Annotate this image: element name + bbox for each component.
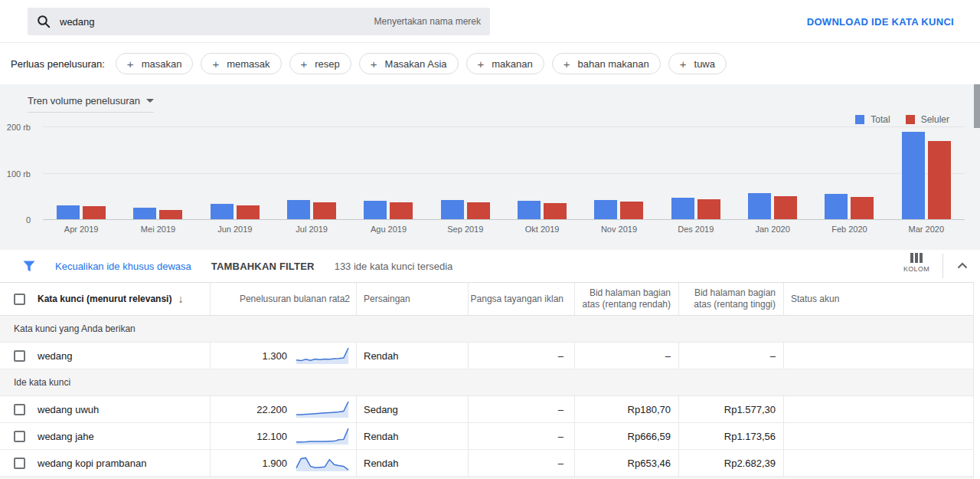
chip-label: Masakan Asia (385, 58, 447, 70)
section-label: Ide kata kunci (0, 377, 70, 388)
x-axis-label: Nov 2019 (580, 225, 657, 234)
header-avg-monthly-searches[interactable]: Penelusuran bulanan rata2 (210, 283, 356, 315)
expand-chip[interactable]: +Masakan Asia (359, 53, 459, 74)
table-header-row: Kata kunci (menurut relevansi) ↓ Penelus… (0, 282, 973, 316)
bar-seluler (237, 205, 260, 219)
chart-type-dropdown[interactable]: Tren volume penelusuran (28, 95, 154, 113)
cell-bid-low: Rp180,70 (574, 396, 678, 422)
bid-low-value: – (665, 350, 671, 362)
header-account-status[interactable]: Status akun (783, 283, 973, 315)
vertical-scrollbar-thumb[interactable] (974, 84, 980, 128)
search-icon (37, 15, 51, 28)
columns-icon (910, 253, 923, 263)
row-checkbox[interactable] (14, 458, 25, 469)
bar-group (658, 198, 734, 219)
cell-keyword: wedang jahe (0, 423, 210, 449)
search-input[interactable] (60, 16, 374, 28)
chart-title: Tren volume penelusuran (28, 95, 140, 107)
keyword-search-box[interactable]: Menyertakan nama merek (28, 8, 490, 35)
plus-icon: + (212, 58, 219, 70)
bar-total (825, 194, 848, 219)
chip-label: bahan makanan (578, 58, 649, 70)
section-label: Kata kunci yang Anda berikan (0, 323, 136, 334)
trend-sparkline (295, 346, 350, 366)
plus-icon: + (478, 58, 485, 70)
x-axis-line (43, 219, 965, 220)
plus-icon: + (564, 58, 570, 70)
bid-high-value: Rp1.577,30 (724, 404, 776, 415)
add-filter-button[interactable]: TAMBAHKAN FILTER (211, 261, 315, 272)
download-keyword-ideas-link[interactable]: DOWNLOAD IDE KATA KUNCI (807, 16, 954, 28)
chip-label: masakan (142, 58, 182, 70)
bar-group (43, 205, 119, 219)
cell-keyword: wedang (0, 343, 210, 369)
header-keyword[interactable]: Kata kunci (menurut relevansi) ↓ (0, 283, 210, 315)
bar-total (748, 193, 771, 219)
header-competition[interactable]: Persaingan (356, 283, 468, 315)
expand-chip[interactable]: +resep (289, 53, 351, 74)
bid-high-value: Rp2.682,39 (724, 458, 776, 469)
bar-total (594, 200, 617, 219)
plus-icon: + (301, 58, 308, 70)
select-all-checkbox[interactable] (14, 294, 25, 305)
x-axis-label: Jul 2019 (273, 225, 350, 234)
expand-chip[interactable]: +masakan (116, 53, 194, 74)
chip-label: makanan (492, 58, 532, 70)
search-volume-chart-section: Tren volume penelusuran TotalSeluler 200… (0, 84, 980, 250)
header-top-of-page-bid-low[interactable]: Bid halaman bagian atas (rentang rendah) (574, 283, 678, 315)
bar-seluler (774, 196, 797, 219)
expand-chip[interactable]: +memasak (201, 53, 281, 74)
header-ad-impression-share[interactable]: Pangsa tayangan iklan (468, 283, 574, 315)
cell-avg-searches: 1.300 (210, 343, 356, 369)
avg-searches-value: 1.300 (262, 350, 287, 362)
expand-chip[interactable]: +makanan (466, 53, 544, 74)
header-top-of-page-bid-high[interactable]: Bid halaman bagian atas (rentang tinggi) (678, 283, 783, 315)
bid-low-value: Rp666,59 (628, 431, 671, 442)
keyword-row: wedang uwuh22.200Sedang–Rp180,70Rp1.577,… (0, 396, 973, 423)
cell-bid-high: Rp2.682,39 (678, 450, 783, 476)
bar-group (504, 201, 580, 219)
bar-seluler (83, 206, 106, 219)
filter-toolbar: Kecualikan ide khusus dewasa TAMBAHKAN F… (0, 250, 980, 282)
expand-chip[interactable]: +tuwa (668, 53, 727, 74)
columns-button[interactable]: KOLOM (903, 253, 929, 273)
keyword-row: wedang1.300Rendah––– (0, 343, 973, 369)
cell-account-status (783, 450, 973, 476)
cell-avg-searches: 12.100 (210, 423, 356, 449)
bar-group (119, 208, 196, 219)
bar-seluler (467, 202, 490, 219)
cell-ad-impression-share: – (468, 423, 574, 449)
bar-total (57, 205, 80, 219)
row-checkbox[interactable] (14, 431, 25, 442)
available-ideas-count: 133 ide kata kunci tersedia (335, 261, 453, 272)
columns-button-label: KOLOM (903, 265, 929, 273)
ad-impression-share-value: – (558, 350, 564, 362)
keyword-label: wedang jahe (38, 431, 94, 442)
bar-seluler (697, 199, 720, 219)
bid-low-value: Rp653,46 (628, 458, 671, 469)
filter-icon (23, 261, 35, 272)
x-axis-label: Jan 2020 (734, 225, 811, 234)
bar-chart: Apr 2019Mei 2019Jun 2019Jul 2019Agu 2019… (0, 127, 980, 234)
chip-label: tuwa (694, 58, 715, 70)
exclude-adult-ideas-link[interactable]: Kecualikan ide khusus dewasa (55, 261, 191, 272)
bar-plot (43, 127, 965, 219)
row-checkbox[interactable] (14, 404, 25, 415)
expand-chip[interactable]: +bahan makanan (552, 53, 661, 74)
legend-total: Total (855, 114, 890, 125)
bar-group (197, 204, 273, 219)
avg-searches-value: 22.200 (256, 404, 287, 415)
row-checkbox[interactable] (14, 350, 25, 362)
ad-impression-share-value: – (558, 404, 564, 415)
x-axis-labels: Apr 2019Mei 2019Jun 2019Jul 2019Agu 2019… (43, 220, 965, 234)
collapse-table-button[interactable] (957, 258, 968, 272)
table-body: Kata kunci yang Anda berikanwedang1.300R… (0, 316, 973, 477)
cell-competition: Sedang (356, 396, 468, 422)
keyword-row: wedang kopi prambanan1.900Rendah–Rp653,4… (0, 450, 973, 477)
cell-bid-low: Rp653,46 (574, 450, 678, 476)
competition-value: Sedang (364, 404, 398, 415)
keyword-label: wedang uwuh (38, 404, 99, 415)
trend-sparkline (295, 426, 350, 446)
chip-label: memasak (227, 58, 270, 70)
chip-label: resep (315, 58, 340, 70)
